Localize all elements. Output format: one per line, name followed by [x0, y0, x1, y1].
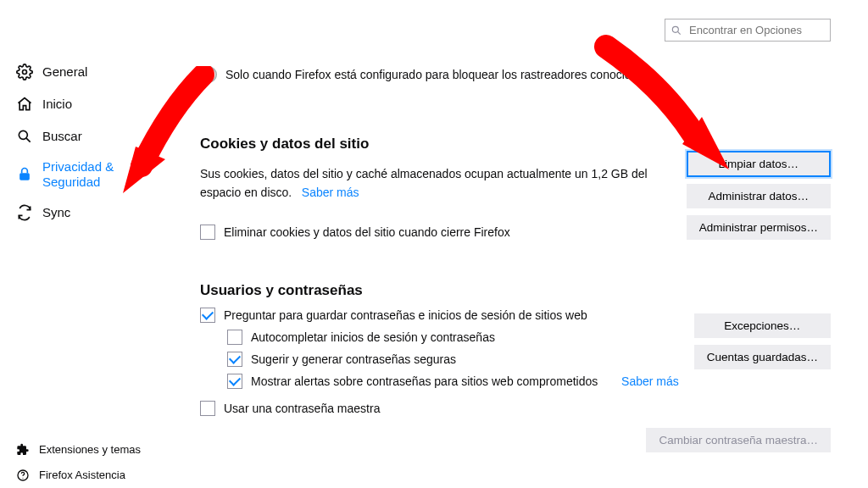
cookies-desc: Sus cookies, datos del sitio y caché alm…: [200, 164, 675, 202]
home-icon: [15, 95, 34, 114]
search-input[interactable]: [665, 19, 831, 42]
lock-icon: [15, 165, 34, 184]
sidebar-item-label: Sync: [42, 205, 70, 220]
sidebar-item-search[interactable]: Buscar: [0, 120, 170, 152]
checkbox-label: Usar una contraseña maestra: [224, 402, 380, 415]
radio-unchecked-icon: [200, 66, 217, 83]
sidebar-item-label: General: [42, 64, 87, 80]
breach-alerts-learn-more-link[interactable]: Saber más: [621, 374, 679, 388]
checkbox-unchecked-icon: [200, 401, 215, 416]
main-content: Solo cuando Firefox está configurado par…: [170, 0, 868, 488]
sidebar-item-label: Extensiones y temas: [39, 443, 141, 457]
radio-label: Solo cuando Firefox está configurado par…: [225, 68, 643, 81]
svg-point-4: [22, 478, 23, 479]
checkbox-unchecked-icon: [200, 225, 215, 240]
saved-logins-button[interactable]: Cuentas guardadas…: [694, 345, 831, 369]
breach-alerts-checkbox[interactable]: Mostrar alertas sobre contraseñas para s…: [227, 374, 843, 389]
checkbox-label: Autocompletar inicios de sesión y contra…: [251, 330, 495, 344]
checkbox-label: Preguntar para guardar contraseñas e ini…: [224, 308, 587, 322]
sidebar: General Inicio Buscar: [0, 0, 170, 488]
gear-icon: [15, 63, 34, 81]
clear-data-button[interactable]: Limpiar datos…: [687, 151, 831, 177]
sidebar-item-home[interactable]: Inicio: [0, 88, 170, 120]
checkbox-label: Eliminar cookies y datos del sitio cuand…: [224, 225, 510, 239]
sidebar-item-label: Firefox Asistencia: [39, 469, 125, 482]
checkbox-checked-icon: [227, 352, 242, 367]
sync-icon: [15, 203, 34, 222]
search-icon: [670, 25, 682, 36]
sidebar-item-label: Privacidad & Seguridad: [42, 159, 161, 190]
master-password-checkbox[interactable]: Usar una contraseña maestra: [200, 401, 843, 416]
sidebar-item-sync[interactable]: Sync: [0, 197, 170, 229]
search-wrap: [665, 19, 831, 42]
sidebar-item-privacy[interactable]: Privacidad & Seguridad: [0, 152, 170, 197]
cookies-learn-more-link[interactable]: Saber más: [302, 186, 359, 199]
sidebar-item-extensions[interactable]: Extensiones y temas: [0, 437, 170, 463]
magnifier-icon: [15, 127, 34, 146]
sidebar-item-general[interactable]: General: [0, 56, 170, 88]
svg-point-0: [23, 70, 27, 75]
cookies-desc-text: Sus cookies, datos del sitio y caché alm…: [200, 167, 648, 199]
svg-rect-2: [19, 173, 30, 180]
svg-point-5: [672, 26, 678, 32]
sidebar-item-help[interactable]: Firefox Asistencia: [0, 463, 170, 488]
checkbox-unchecked-icon: [227, 330, 242, 345]
svg-point-1: [19, 130, 27, 139]
manage-permissions-button[interactable]: Administrar permisos…: [687, 215, 831, 240]
checkbox-checked-icon: [200, 308, 215, 323]
sidebar-item-label: Buscar: [42, 129, 82, 144]
sidebar-item-label: Inicio: [42, 97, 72, 112]
manage-data-button[interactable]: Administrar datos…: [687, 184, 831, 208]
question-icon: [15, 468, 31, 483]
puzzle-icon: [15, 442, 31, 458]
cookies-title: Cookies y datos del sitio: [200, 136, 843, 152]
change-master-password-button: Cambiar contraseña maestra…: [646, 428, 831, 452]
checkbox-label: Mostrar alertas sobre contraseñas para s…: [251, 374, 598, 388]
checkbox-checked-icon: [227, 374, 242, 389]
tracker-radio-row[interactable]: Solo cuando Firefox está configurado par…: [200, 66, 843, 83]
passwords-title: Usuarios y contraseñas: [200, 282, 843, 299]
checkbox-label: Sugerir y generar contraseñas seguras: [251, 352, 456, 366]
exceptions-button[interactable]: Excepciones…: [694, 313, 831, 338]
